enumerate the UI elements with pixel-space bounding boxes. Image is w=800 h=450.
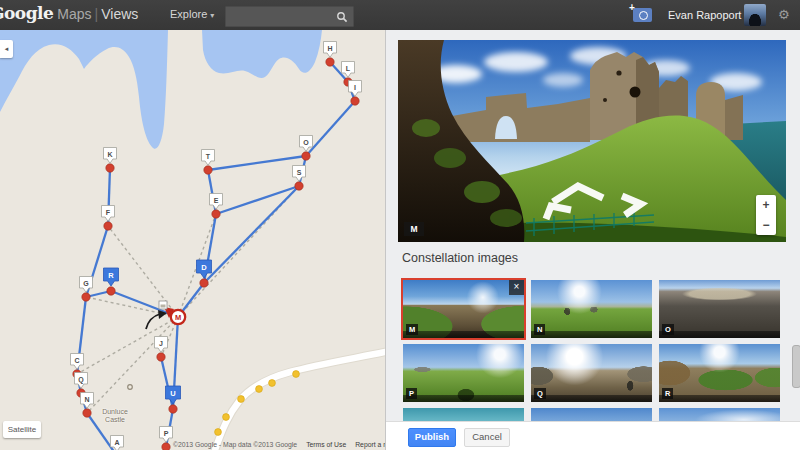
logo-maps: Maps xyxy=(57,6,91,22)
thumbnail-partial[interactable] xyxy=(403,408,524,421)
search-box[interactable] xyxy=(225,6,354,27)
search-icon[interactable] xyxy=(336,11,348,23)
satellite-toggle-button[interactable]: Satellite xyxy=(3,421,41,438)
poi-label-dunluce-castle[interactable]: Dunluce Castle xyxy=(92,408,138,425)
logo-views: Views xyxy=(101,6,138,22)
svg-text:N: N xyxy=(84,396,89,403)
panel-scrollbar[interactable] xyxy=(792,345,800,388)
map-land xyxy=(0,30,385,450)
photosphere-dot-I[interactable] xyxy=(351,97,359,105)
thumbnail-q[interactable]: Q xyxy=(531,344,652,402)
thumbnail-letter-badge: P xyxy=(406,388,417,399)
thumbnail-o[interactable]: O xyxy=(659,280,780,338)
gear-icon[interactable]: ⚙ xyxy=(778,7,790,22)
thumbnail-p[interactable]: P xyxy=(403,344,524,402)
svg-text:D: D xyxy=(201,263,207,272)
thumbnail-letter-badge: R xyxy=(662,388,673,399)
svg-text:J: J xyxy=(159,340,163,347)
svg-text:A: A xyxy=(114,439,119,446)
photosphere-dot-H[interactable] xyxy=(326,58,334,66)
thumbnail-row-2: P Q R xyxy=(403,344,780,402)
thumbnail-partial[interactable] xyxy=(659,408,780,421)
svg-text:E: E xyxy=(214,197,219,204)
photosphere-dot-P[interactable] xyxy=(162,443,170,450)
thumbnail-letter-badge: O xyxy=(662,324,674,335)
explore-menu[interactable]: Explore▾ xyxy=(170,8,214,20)
svg-text:G: G xyxy=(83,280,89,287)
photosphere-dot-U[interactable] xyxy=(169,405,177,413)
photosphere-dot-O[interactable] xyxy=(302,152,310,160)
svg-text:I: I xyxy=(354,84,356,91)
thumbnail-partial[interactable] xyxy=(531,408,652,421)
photosphere-dot-J[interactable] xyxy=(157,353,165,361)
svg-text:F: F xyxy=(106,209,111,216)
svg-text:H: H xyxy=(327,45,332,52)
camera-lens-icon xyxy=(639,11,648,20)
zoom-out-button[interactable]: − xyxy=(756,215,776,235)
top-navigation-bar: GoogleMaps|Views Explore▾ + Evan Rapopor… xyxy=(0,0,800,30)
svg-text:R: R xyxy=(108,271,114,280)
thumbnail-r[interactable]: R xyxy=(659,344,780,402)
svg-text:L: L xyxy=(346,65,351,72)
user-name[interactable]: Evan Rapoport xyxy=(668,9,741,21)
action-footer: Publish Cancel xyxy=(386,421,800,450)
constellation-images-heading: Constellation images xyxy=(402,251,518,265)
photosphere-dot-S[interactable] xyxy=(295,182,303,190)
mini-thumbnail-icon xyxy=(159,301,167,309)
photosphere-dot-F[interactable] xyxy=(104,222,112,230)
svg-text:U: U xyxy=(170,389,175,398)
pano-zoom-control: + − xyxy=(756,195,776,235)
svg-text:S: S xyxy=(297,169,302,176)
map-copyright: ©2013 Google - Map data ©2013 Google xyxy=(173,441,297,448)
cancel-button[interactable]: Cancel xyxy=(464,428,510,447)
photosphere-dot-D[interactable] xyxy=(200,279,208,287)
svg-text:K: K xyxy=(107,151,112,158)
thumbnail-row-1: M × N O xyxy=(403,280,780,338)
photosphere-dot-T[interactable] xyxy=(204,166,212,174)
thumbnail-m[interactable]: M × xyxy=(403,280,524,338)
poi-dot-icon[interactable] xyxy=(128,385,133,390)
panorama-viewer[interactable] xyxy=(398,40,786,242)
svg-text:O: O xyxy=(303,139,309,146)
thumbnail-n[interactable]: N xyxy=(531,280,652,338)
search-input[interactable] xyxy=(230,8,334,25)
app-window: GoogleMaps|Views Explore▾ + Evan Rapopor… xyxy=(0,0,800,450)
thumbnail-letter-badge: M xyxy=(406,324,418,335)
logo-divider: | xyxy=(95,6,99,22)
terms-of-use-link[interactable]: Terms of Use xyxy=(306,441,346,448)
svg-text:T: T xyxy=(206,153,211,160)
panorama-scene xyxy=(398,40,786,242)
explore-label: Explore xyxy=(170,8,207,20)
google-maps-views-logo[interactable]: GoogleMaps|Views xyxy=(0,3,138,23)
thumbnail-letter-badge: N xyxy=(534,324,545,335)
map-attribution: ©2013 Google - Map data ©2013 GoogleTerm… xyxy=(173,441,413,448)
logo-google: Google xyxy=(0,3,53,23)
thumbnail-row-3-partial xyxy=(403,408,780,421)
photosphere-dot-G[interactable] xyxy=(82,293,90,301)
photosphere-dot-N[interactable] xyxy=(83,409,91,417)
photosphere-dot-E[interactable] xyxy=(212,210,220,218)
close-icon[interactable]: × xyxy=(509,280,524,295)
publish-button[interactable]: Publish xyxy=(408,428,456,447)
photosphere-dot-K[interactable] xyxy=(106,164,114,172)
svg-text:C: C xyxy=(74,357,79,364)
chevron-down-icon: ▾ xyxy=(210,11,214,20)
map-water-east-bay xyxy=(202,30,322,78)
constellation-map[interactable]: HLIOTSEKFGRDMCQNAJUP xyxy=(0,30,385,450)
avatar[interactable] xyxy=(744,4,766,26)
map-canvas[interactable]: HLIOTSEKFGRDMCQNAJUP Dunluce Castle xyxy=(0,30,385,450)
plus-icon: + xyxy=(629,2,635,13)
svg-text:Q: Q xyxy=(78,376,84,384)
svg-text:M: M xyxy=(175,313,181,322)
thumbnail-letter-badge: Q xyxy=(534,388,546,399)
add-photosphere-camera-icon[interactable]: + xyxy=(633,8,652,22)
panel-divider xyxy=(385,30,386,450)
collapse-panel-arrow-icon[interactable]: ◄ xyxy=(0,40,13,58)
svg-text:P: P xyxy=(164,430,169,437)
zoom-in-button[interactable]: + xyxy=(756,195,776,215)
photosphere-dot-R[interactable] xyxy=(107,287,115,295)
pano-selected-letter-badge: M xyxy=(404,222,424,236)
